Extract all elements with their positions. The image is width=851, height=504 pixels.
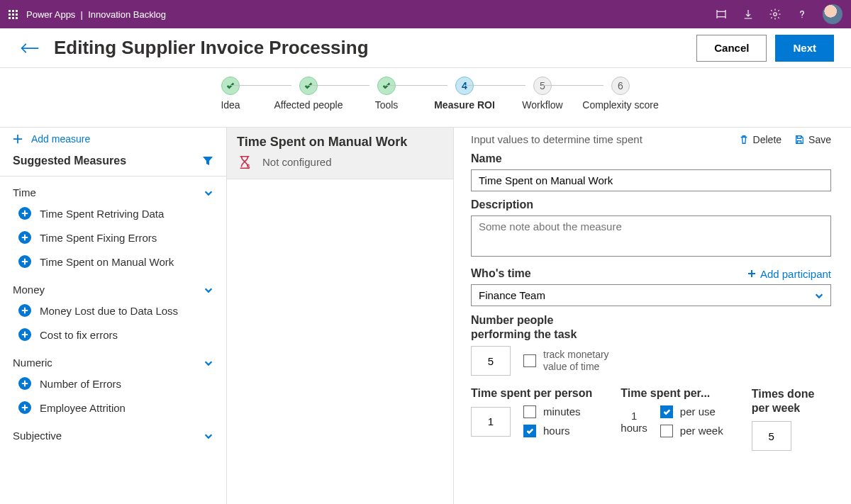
filter-icon[interactable] [202,155,213,167]
whos-time-select[interactable] [471,284,831,306]
chevron-down-icon [204,358,213,368]
svg-point-1 [774,13,777,16]
step-tools[interactable]: Tools [347,77,425,111]
download-icon[interactable] [742,8,755,21]
add-icon [18,401,31,414]
track-monetary-checkbox[interactable] [523,354,536,367]
time-spent-per-person-label: Time spent per person [471,387,592,400]
list-item[interactable]: Employee Attrition [0,396,226,420]
gear-icon[interactable] [769,8,782,21]
group-numeric[interactable]: Numeric [0,347,226,371]
help-icon[interactable] [796,8,808,21]
add-measure-button[interactable]: Add measure [0,128,226,150]
add-icon [18,377,31,390]
time-spent-per-label: Time spent per... [621,387,723,400]
step-complexity[interactable]: 6 Complexity score [582,77,660,111]
list-item[interactable]: Time Spent Fixing Errors [0,225,226,250]
step-workflow[interactable]: 5 Workflow [504,77,582,111]
add-icon [18,328,31,341]
svg-rect-0 [717,11,725,17]
chevron-down-icon [204,431,213,441]
avatar[interactable] [823,4,842,24]
list-item[interactable]: Cost to fix errors [0,323,226,347]
times-done-label: Times done per week [752,387,830,415]
list-item[interactable]: Number of Errors [0,371,226,396]
measure-card-title: Time Spent on Manual Work [237,135,443,150]
save-icon [794,135,804,145]
step-idea[interactable]: Idea [191,77,269,111]
save-button[interactable]: Save [794,134,831,145]
list-item[interactable]: Time Spent Retriving Data [0,201,226,225]
chevron-down-icon [204,188,213,198]
cancel-button[interactable]: Cancel [696,35,767,62]
list-item[interactable]: Money Lost due to Data Loss [0,298,226,323]
trash-icon [739,135,749,145]
step-affected-people[interactable]: Affected people [269,77,347,111]
name-label: Name [471,152,831,165]
times-done-input[interactable] [752,421,791,451]
name-input[interactable] [471,169,831,191]
per-use-checkbox[interactable] [660,405,673,418]
add-participant-button[interactable]: Add participant [747,268,831,280]
suite-header: Power Apps | Innovation Backlog [0,0,851,28]
time-spent-per-unit: hours [621,422,647,434]
per-week-checkbox[interactable] [660,425,673,437]
add-icon [18,231,31,244]
hours-checkbox[interactable] [523,425,536,437]
hourglass-money-icon: $ [237,155,252,170]
chevron-down-icon [204,285,213,295]
form-hint: Input values to determine time spent [471,133,726,145]
add-icon [18,304,31,317]
group-time[interactable]: Time [0,177,226,201]
fit-icon[interactable] [715,8,728,21]
measure-status: Not configured [262,156,332,168]
time-spent-per-person-input[interactable] [471,407,511,437]
details-form: Input values to determine time spent Del… [454,128,851,504]
measures-panel: Time Spent on Manual Work $ Not configur… [227,128,454,504]
track-monetary-label: track monetary value of time [543,349,614,374]
svg-text:$: $ [247,164,250,170]
sidebar: Add measure Suggested Measures Time Time… [0,128,227,504]
measure-card[interactable]: Time Spent on Manual Work $ Not configur… [227,128,453,179]
time-spent-per-value: 1 [631,410,637,422]
add-icon [18,255,31,268]
step-measure-roi[interactable]: 4 Measure ROI [425,77,504,111]
stepper: Idea Affected people Tools 4 Measure ROI… [0,68,851,128]
title-bar: Editing Supplier Invoice Processing Canc… [0,28,851,68]
group-subjective[interactable]: Subjective [0,420,226,444]
back-button[interactable] [17,35,43,61]
suggested-measures-header: Suggested Measures [0,150,226,177]
num-people-label: Number people performing the task [471,313,599,342]
add-icon [18,207,31,220]
num-people-input[interactable] [471,346,511,376]
list-item[interactable]: Time Spent on Manual Work [0,250,226,274]
app-launcher-icon[interactable] [9,10,18,19]
page-title: Editing Supplier Invoice Processing [54,37,688,59]
description-label: Description [471,198,831,211]
next-button[interactable]: Next [775,35,834,62]
minutes-checkbox[interactable] [523,405,536,418]
group-money[interactable]: Money [0,274,226,298]
description-input[interactable] [471,215,831,257]
delete-button[interactable]: Delete [739,134,782,145]
whos-time-label: Who's time [471,267,531,280]
suite-title: Power Apps | Innovation Backlog [26,9,166,20]
